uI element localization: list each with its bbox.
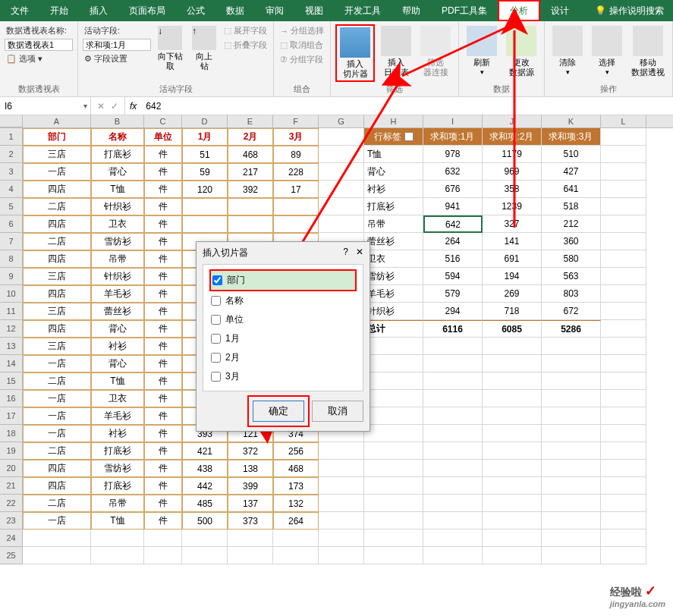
options-button[interactable]: 📋 选项 ▾	[5, 52, 73, 65]
cell[interactable]: 173	[273, 477, 319, 495]
cell[interactable]: 件	[144, 198, 182, 215]
cell[interactable]	[228, 530, 273, 547]
col-header[interactable]: K	[542, 115, 601, 127]
cell[interactable]	[601, 338, 646, 355]
cell[interactable]: 三店	[23, 146, 91, 163]
row-header[interactable]: 21	[0, 477, 23, 495]
row-header[interactable]: 24	[0, 530, 23, 547]
cell[interactable]: 衬衫	[91, 338, 144, 355]
cell[interactable]: 120	[182, 181, 228, 198]
ok-button[interactable]: 确定	[253, 401, 304, 422]
tab-formula[interactable]: 公式	[176, 0, 215, 21]
cell[interactable]: 件	[144, 355, 182, 372]
cell[interactable]	[319, 495, 364, 512]
cell[interactable]: 雪纺衫	[364, 268, 423, 285]
cell[interactable]: 件	[144, 215, 182, 233]
cell[interactable]	[319, 547, 364, 564]
cell[interactable]	[601, 128, 646, 146]
cell[interactable]	[601, 477, 646, 495]
cell[interactable]: 件	[144, 181, 182, 198]
cell[interactable]	[91, 530, 144, 547]
col-header[interactable]: B	[91, 115, 144, 127]
cell[interactable]	[319, 512, 364, 530]
col-header[interactable]: A	[23, 115, 91, 127]
row-header[interactable]: 16	[0, 390, 23, 407]
cell[interactable]: 四店	[23, 477, 91, 495]
cell[interactable]: 594	[423, 268, 483, 285]
cell[interactable]: 1239	[483, 198, 542, 215]
tab-dev[interactable]: 开发工具	[334, 0, 392, 21]
help-search[interactable]: 💡 操作说明搜索	[595, 5, 664, 17]
cell[interactable]	[483, 390, 542, 407]
row-header[interactable]: 22	[0, 495, 23, 512]
cell[interactable]: 803	[542, 285, 601, 303]
tab-analyze[interactable]: 分析	[498, 0, 540, 21]
cell[interactable]: 衬衫	[364, 181, 423, 198]
cell[interactable]: 468	[228, 146, 273, 163]
cell[interactable]: 372	[228, 442, 273, 460]
cell[interactable]: 件	[144, 442, 182, 460]
cell[interactable]: 羊毛衫	[364, 285, 423, 303]
cell[interactable]	[601, 163, 646, 181]
cancel-button[interactable]: 取消	[312, 401, 363, 422]
slicer-checkbox[interactable]	[211, 334, 221, 344]
tab-design[interactable]: 设计	[540, 0, 580, 21]
cell[interactable]	[364, 372, 423, 390]
change-source-button[interactable]: 更改 数据源	[503, 24, 539, 79]
cell[interactable]: 442	[182, 477, 228, 495]
cell[interactable]: 217	[228, 163, 273, 181]
tab-pdf[interactable]: PDF工具集	[431, 0, 498, 21]
cell[interactable]	[601, 355, 646, 372]
row-header[interactable]: 15	[0, 372, 23, 390]
cell[interactable]: 吊带	[91, 250, 144, 268]
cell[interactable]: 件	[144, 495, 182, 512]
cell[interactable]	[423, 372, 483, 390]
row-header[interactable]: 10	[0, 285, 23, 303]
cell[interactable]: 件	[144, 338, 182, 355]
cell[interactable]	[601, 425, 646, 442]
row-header[interactable]: 6	[0, 215, 23, 233]
cell[interactable]: 部门	[23, 128, 91, 146]
cell[interactable]	[483, 547, 542, 564]
cell[interactable]: 四店	[23, 285, 91, 303]
cell[interactable]	[364, 477, 423, 495]
collapse-field-button[interactable]: ⬚ 折叠字段	[222, 39, 269, 52]
cell[interactable]: 138	[228, 460, 273, 477]
cell[interactable]: 件	[144, 250, 182, 268]
cell[interactable]: 件	[144, 372, 182, 390]
cell[interactable]: 三店	[23, 338, 91, 355]
cell[interactable]	[319, 198, 364, 215]
cell[interactable]	[423, 390, 483, 407]
cell[interactable]: 针织衫	[91, 268, 144, 285]
cell[interactable]: 691	[483, 250, 542, 268]
cell[interactable]: 228	[273, 163, 319, 181]
cell[interactable]: 针织衫	[91, 198, 144, 215]
row-header[interactable]: 14	[0, 355, 23, 372]
cell[interactable]	[542, 495, 601, 512]
cell[interactable]: 一店	[23, 355, 91, 372]
cell[interactable]	[319, 163, 364, 181]
tab-review[interactable]: 审阅	[255, 0, 294, 21]
cell[interactable]: 632	[423, 163, 483, 181]
cell[interactable]	[542, 407, 601, 425]
cell[interactable]: 二店	[23, 442, 91, 460]
cell[interactable]	[364, 460, 423, 477]
filter-dropdown-icon[interactable]	[404, 132, 414, 141]
cell[interactable]: T恤	[91, 372, 144, 390]
cell[interactable]: 392	[228, 181, 273, 198]
cell[interactable]: 969	[483, 163, 542, 181]
cell[interactable]: 1月	[182, 128, 228, 146]
cell[interactable]: 件	[144, 285, 182, 303]
cell[interactable]: 背心	[91, 320, 144, 338]
cell[interactable]: 二店	[23, 233, 91, 250]
cell[interactable]: 518	[542, 198, 601, 215]
cell[interactable]	[423, 442, 483, 460]
col-header[interactable]: J	[483, 115, 542, 127]
cell[interactable]: 373	[228, 512, 273, 530]
cell[interactable]: 件	[144, 163, 182, 181]
pivot-name-input[interactable]	[5, 39, 73, 51]
cell[interactable]: 264	[273, 512, 319, 530]
cell[interactable]: 蕾丝衫	[364, 233, 423, 250]
cell[interactable]	[144, 530, 182, 547]
cell[interactable]	[228, 215, 273, 233]
